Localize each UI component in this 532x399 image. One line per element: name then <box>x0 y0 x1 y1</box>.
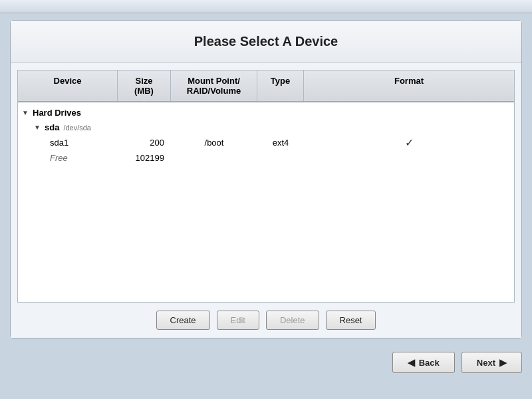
free-size: 102199 <box>118 153 171 163</box>
partition-row-sda1[interactable]: sda1 200 /boot ext4 ✓ <box>18 134 514 151</box>
disk-name: sda <box>45 122 59 132</box>
disk-path: /dev/sda <box>63 124 91 132</box>
checkmark-icon: ✓ <box>405 137 414 148</box>
back-icon: ◀ <box>408 357 415 368</box>
table-body: ▼ Hard Drives ▼ sda /dev/sda sda1 200 /b… <box>18 102 514 168</box>
edit-button[interactable]: Edit <box>217 311 259 330</box>
partition-mount: /boot <box>171 138 257 148</box>
reset-button[interactable]: Reset <box>326 311 376 330</box>
disk-row-sda[interactable]: ▼ sda /dev/sda <box>18 120 514 134</box>
action-buttons: Create Edit Delete Reset <box>11 303 521 338</box>
next-label: Next <box>477 358 495 368</box>
device-table: Device Size(MB) Mount Point/RAID/Volume … <box>17 70 515 303</box>
col-size-header: Size(MB) <box>118 70 171 101</box>
group-hard-drives[interactable]: ▼ Hard Drives <box>18 105 514 120</box>
col-format-header: Format <box>304 70 514 101</box>
create-button[interactable]: Create <box>156 311 210 330</box>
free-label: Free <box>18 153 118 163</box>
disk-expand-icon: ▼ <box>34 124 42 132</box>
page-title-section: Please Select A Device <box>11 21 521 63</box>
table-header: Device Size(MB) Mount Point/RAID/Volume … <box>18 70 514 102</box>
free-space-row[interactable]: Free 102199 <box>18 151 514 165</box>
partition-name: sda1 <box>18 138 118 148</box>
delete-button[interactable]: Delete <box>266 311 319 330</box>
col-device-header: Device <box>18 70 118 101</box>
nav-buttons: ◀ Back Next ▶ <box>0 345 532 380</box>
back-label: Back <box>419 358 440 368</box>
col-type-header: Type <box>257 70 304 101</box>
partition-type: ext4 <box>257 138 304 148</box>
top-bar <box>0 0 532 13</box>
group-label: Hard Drives <box>33 108 81 118</box>
col-mount-header: Mount Point/RAID/Volume <box>171 70 257 101</box>
partition-format-check: ✓ <box>304 136 514 149</box>
main-container: Please Select A Device Device Size(MB) M… <box>10 20 522 338</box>
expand-icon: ▼ <box>22 109 30 117</box>
page-title: Please Select A Device <box>194 34 338 49</box>
next-button[interactable]: Next ▶ <box>462 352 522 373</box>
partition-size: 200 <box>118 138 171 148</box>
back-button[interactable]: ◀ Back <box>392 352 455 373</box>
next-icon: ▶ <box>499 357 507 368</box>
